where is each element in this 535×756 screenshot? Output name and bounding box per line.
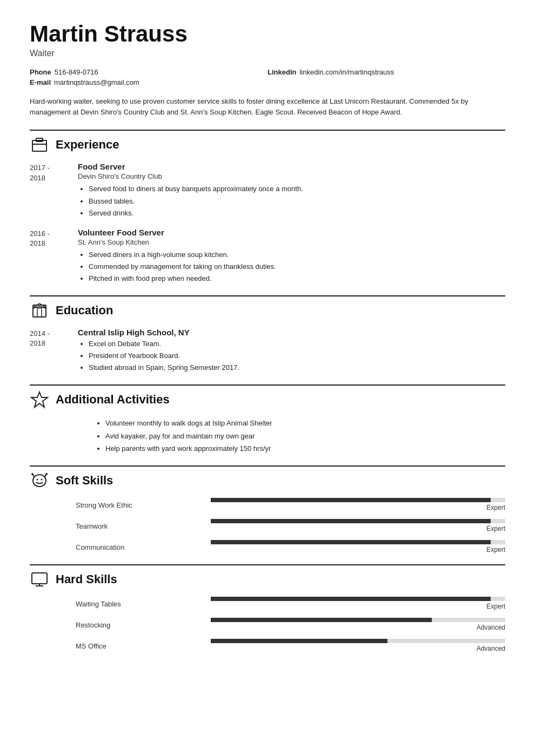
soft-skills-icon bbox=[30, 471, 49, 490]
soft-skill-2: Communication Expert bbox=[30, 540, 505, 554]
edu0-dates: 2014 -2018 bbox=[30, 328, 76, 374]
svg-point-10 bbox=[31, 473, 34, 475]
skill-name: MS Office bbox=[76, 642, 211, 652]
skill-bar-container: Advanced bbox=[211, 639, 505, 652]
edu0-role: Central Islip High School, NY bbox=[78, 328, 505, 337]
skill-name: Teamwork bbox=[76, 522, 211, 532]
education-header: Education bbox=[30, 295, 505, 320]
hard-skill-2: MS Office Advanced bbox=[30, 639, 505, 652]
experience-section: Experience 2017 -2018 Food Server Devin … bbox=[30, 130, 505, 285]
exp0-dates: 2017 -2018 bbox=[30, 162, 76, 219]
svg-marker-6 bbox=[34, 303, 45, 308]
activities-header: Additional Activities bbox=[30, 384, 505, 409]
list-item: Served diners in a high-volume soup kitc… bbox=[89, 249, 505, 261]
linkedin-value: linkedin.com/in/martinqstrauss bbox=[299, 68, 394, 76]
exp0-org: Devin Shiro's Country Club bbox=[78, 172, 505, 180]
skill-level: Expert bbox=[486, 504, 505, 511]
education-section: Education 2014 -2018 Central Islip High … bbox=[30, 295, 505, 374]
list-item: Served drinks. bbox=[89, 207, 505, 219]
experience-entry-1: 2016 -2018 Volunteer Food Server St. Ann… bbox=[30, 228, 505, 285]
education-entry-0: 2014 -2018 Central Islip High School, NY… bbox=[30, 328, 505, 374]
skill-bar-track bbox=[211, 618, 505, 622]
skill-bar-track bbox=[211, 498, 505, 502]
contact-grid: Phone 516-849-0716 LinkedIn linkedin.com… bbox=[30, 68, 505, 86]
svg-point-8 bbox=[37, 479, 38, 481]
skill-bar-track bbox=[211, 519, 505, 523]
activities-section: Additional Activities Volunteer monthly … bbox=[30, 384, 505, 455]
linkedin-label: LinkedIn bbox=[268, 68, 296, 76]
skill-bar-track bbox=[211, 597, 505, 601]
skill-bar-fill bbox=[211, 498, 491, 502]
phone-item: Phone 516-849-0716 bbox=[30, 68, 268, 76]
soft-skills-title: Soft Skills bbox=[56, 474, 113, 488]
skill-name: Communication bbox=[76, 543, 211, 554]
exp0-bullets: Served food to diners at busy banquets a… bbox=[78, 183, 505, 219]
skill-bar-fill bbox=[211, 618, 432, 622]
list-item: Volunteer monthly to walk dogs at Islip … bbox=[105, 417, 505, 429]
svg-point-9 bbox=[41, 479, 43, 481]
email-item: E-mail martinqstrauss@gmail.com bbox=[30, 78, 268, 86]
soft-skills-section: Soft Skills Strong Work Ethic Expert Tea… bbox=[30, 465, 505, 554]
skill-level: Advanced bbox=[477, 645, 505, 652]
edu0-bullets: Excel on Debate Team. President of Yearb… bbox=[78, 338, 505, 374]
exp0-role: Food Server bbox=[78, 162, 505, 171]
svg-rect-12 bbox=[32, 573, 47, 584]
linkedin-item: LinkedIn linkedin.com/in/martinqstrauss bbox=[268, 68, 505, 76]
skill-name: Strong Work Ethic bbox=[76, 501, 211, 511]
hard-skills-section: Hard Skills Waiting Tables Expert Restoc… bbox=[30, 564, 505, 652]
skill-name: Waiting Tables bbox=[76, 600, 211, 610]
skill-bar-track bbox=[211, 639, 505, 643]
skill-bar-container: Advanced bbox=[211, 618, 505, 631]
activities-icon bbox=[30, 390, 49, 409]
hard-skill-1: Restocking Advanced bbox=[30, 618, 505, 631]
activities-list: Volunteer monthly to walk dogs at Islip … bbox=[30, 417, 505, 455]
skill-level: Expert bbox=[486, 603, 505, 610]
experience-entry-0: 2017 -2018 Food Server Devin Shiro's Cou… bbox=[30, 162, 505, 219]
exp1-content: Volunteer Food Server St. Ann's Soup Kit… bbox=[76, 228, 505, 285]
list-item: Help parents with yard work approximatel… bbox=[105, 442, 505, 455]
education-icon bbox=[30, 301, 49, 320]
summary-text: Hard-working waiter, seeking to use prov… bbox=[30, 96, 505, 118]
skill-bar-fill bbox=[211, 540, 491, 544]
list-item: Served food to diners at busy banquets a… bbox=[89, 183, 505, 195]
soft-skills-header: Soft Skills bbox=[30, 465, 505, 490]
skill-bar-track bbox=[211, 540, 505, 544]
skill-bar-container: Expert bbox=[211, 519, 505, 532]
svg-marker-7 bbox=[31, 392, 48, 407]
hard-skills-title: Hard Skills bbox=[56, 572, 117, 586]
skill-bar-fill bbox=[211, 639, 387, 643]
exp1-dates: 2016 -2018 bbox=[30, 228, 76, 285]
soft-skill-0: Strong Work Ethic Expert bbox=[30, 498, 505, 511]
candidate-title: Waiter bbox=[30, 49, 505, 58]
phone-label: Phone bbox=[30, 68, 51, 76]
email-value: martinqstrauss@gmail.com bbox=[54, 78, 139, 86]
hard-skill-0: Waiting Tables Expert bbox=[30, 597, 505, 610]
skill-bar-container: Expert bbox=[211, 498, 505, 511]
list-item: President of Yearbook Board. bbox=[89, 350, 505, 362]
education-title: Education bbox=[56, 303, 113, 318]
experience-title: Experience bbox=[56, 138, 119, 152]
activities-title: Additional Activities bbox=[56, 393, 170, 407]
skill-bar-container: Expert bbox=[211, 540, 505, 554]
skill-bar-container: Expert bbox=[211, 597, 505, 610]
hard-skills-header: Hard Skills bbox=[30, 564, 505, 589]
phone-value: 516-849-0716 bbox=[55, 68, 98, 76]
exp1-bullets: Served diners in a high-volume soup kitc… bbox=[78, 249, 505, 285]
skill-bar-fill bbox=[211, 519, 491, 523]
resume-header: Martin Strauss Waiter Phone 516-849-0716… bbox=[30, 22, 505, 118]
exp0-content: Food Server Devin Shiro's Country Club S… bbox=[76, 162, 505, 219]
skill-bar-fill bbox=[211, 597, 491, 601]
skill-level: Advanced bbox=[477, 624, 505, 631]
email-label: E-mail bbox=[30, 78, 51, 86]
list-item: Bussed tables. bbox=[89, 195, 505, 207]
exp1-org: St. Ann's Soup Kitchen bbox=[78, 238, 505, 246]
list-item: Pitched in with food prep when needed. bbox=[89, 273, 505, 285]
list-item: Studied abroad in Spain, Spring Semester… bbox=[89, 362, 505, 374]
experience-icon bbox=[30, 135, 49, 154]
svg-point-11 bbox=[45, 473, 48, 475]
exp1-role: Volunteer Food Server bbox=[78, 228, 505, 237]
experience-header: Experience bbox=[30, 130, 505, 154]
edu0-content: Central Islip High School, NY Excel on D… bbox=[76, 328, 505, 374]
list-item: Commended by management for taking on th… bbox=[89, 261, 505, 273]
soft-skill-1: Teamwork Expert bbox=[30, 519, 505, 532]
